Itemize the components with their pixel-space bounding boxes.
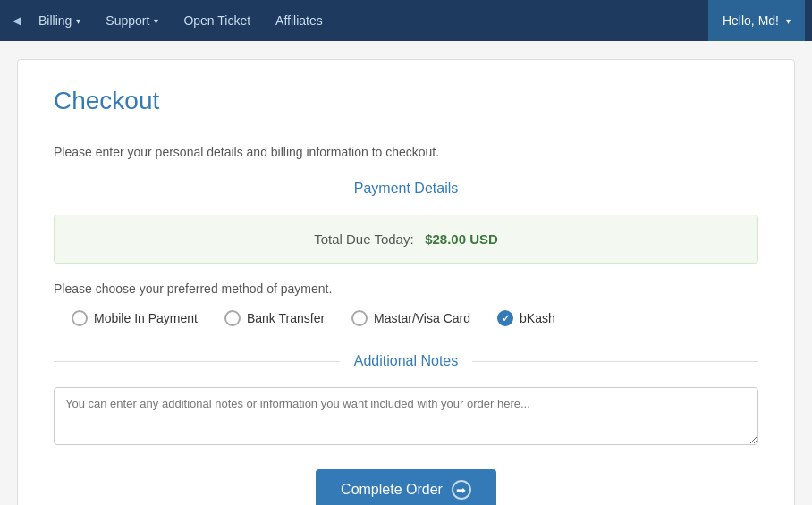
- checkout-subtitle: Please enter your personal details and b…: [54, 145, 758, 159]
- payment-details-title: Payment Details: [340, 181, 473, 197]
- navbar: ◀ Billing ▾ Support ▾ Open Ticket Affili…: [0, 0, 812, 41]
- nav-open-ticket[interactable]: Open Ticket: [171, 0, 263, 41]
- complete-order-arrow-icon: ➡: [452, 480, 471, 500]
- payment-options-group: Mobile In Payment Bank Transfer Mastar/V…: [54, 310, 758, 326]
- nav-left-arrow-icon[interactable]: ◀: [7, 14, 26, 27]
- title-divider: [54, 130, 758, 130]
- payment-option-mobile[interactable]: Mobile In Payment: [72, 310, 198, 326]
- checkout-container: Checkout Please enter your personal deta…: [17, 59, 795, 505]
- total-due-box: Total Due Today: $28.00 USD: [54, 215, 758, 264]
- total-label: Total Due Today:: [314, 231, 413, 247]
- additional-notes-title: Additional Notes: [340, 353, 473, 369]
- radio-bank[interactable]: [224, 310, 241, 326]
- nav-affiliates[interactable]: Affiliates: [263, 0, 335, 41]
- support-dropdown-icon: ▾: [154, 16, 158, 26]
- billing-dropdown-icon: ▾: [76, 16, 80, 26]
- page-title: Checkout: [54, 87, 758, 115]
- payment-option-bank[interactable]: Bank Transfer: [224, 310, 325, 326]
- additional-notes-input[interactable]: [54, 387, 758, 445]
- complete-order-label: Complete Order: [341, 482, 443, 498]
- payment-option-card[interactable]: Mastar/Visa Card: [351, 310, 470, 326]
- complete-order-container: Complete Order ➡: [54, 469, 758, 505]
- payment-method-prompt: Please choose your preferred method of p…: [54, 282, 758, 296]
- payment-option-bkash-label: bKash: [520, 311, 555, 325]
- additional-notes-header: Additional Notes: [54, 353, 758, 369]
- radio-bkash[interactable]: [497, 310, 513, 326]
- nav-user-menu[interactable]: Hello, Md! ▾: [708, 0, 805, 41]
- payment-option-mobile-label: Mobile In Payment: [94, 311, 198, 325]
- payment-option-card-label: Mastar/Visa Card: [374, 311, 470, 325]
- nav-billing[interactable]: Billing ▾: [26, 0, 93, 41]
- total-amount: $28.00 USD: [425, 231, 498, 247]
- payment-details-header: Payment Details: [54, 181, 758, 197]
- payment-option-bkash[interactable]: bKash: [497, 310, 555, 326]
- radio-card[interactable]: [351, 310, 368, 326]
- payment-option-bank-label: Bank Transfer: [247, 311, 325, 325]
- user-dropdown-icon: ▾: [786, 16, 791, 26]
- complete-order-button[interactable]: Complete Order ➡: [316, 469, 496, 505]
- nav-support[interactable]: Support ▾: [93, 0, 171, 41]
- radio-mobile[interactable]: [72, 310, 88, 326]
